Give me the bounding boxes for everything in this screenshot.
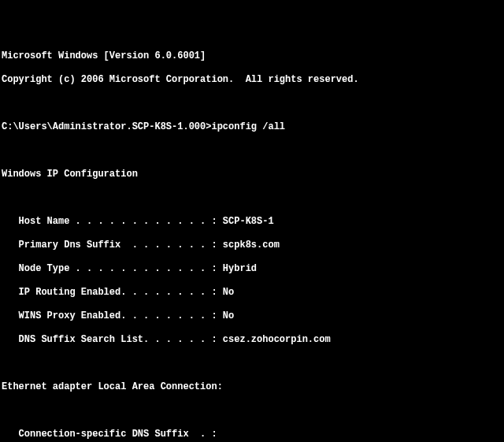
blank: [2, 98, 502, 110]
command-text: ipconfig /all: [211, 121, 285, 132]
ethernet-title: Ethernet adapter Local Area Connection:: [2, 381, 502, 393]
wins-proxy: WINS Proxy Enabled. . . . . . . . : No: [2, 310, 502, 322]
ip-routing: IP Routing Enabled. . . . . . . . : No: [2, 287, 502, 299]
eth-conn-dns-suffix: Connection-specific DNS Suffix . :: [2, 429, 502, 440]
prompt-ipconfig[interactable]: C:\Users\Administrator.SCP-K8S-1.000>ipc…: [2, 121, 502, 133]
node-type: Node Type . . . . . . . . . . . . : Hybr…: [2, 263, 502, 275]
copyright-line: Copyright (c) 2006 Microsoft Corporation…: [2, 74, 502, 86]
blank: [2, 405, 502, 417]
blank: [2, 192, 502, 204]
prompt-path: C:\Users\Administrator.SCP-K8S-1.000>: [2, 121, 211, 132]
blank: [2, 145, 502, 157]
blank: [2, 358, 502, 370]
ipconfig-title: Windows IP Configuration: [2, 169, 502, 180]
version-line: Microsoft Windows [Version 6.0.6001]: [2, 50, 502, 62]
dns-suffix-search: DNS Suffix Search List. . . . . . : csez…: [2, 334, 502, 346]
primary-dns-suffix: Primary Dns Suffix . . . . . . . : scpk8…: [2, 240, 502, 251]
host-name: Host Name . . . . . . . . . . . . : SCP-…: [2, 216, 502, 228]
